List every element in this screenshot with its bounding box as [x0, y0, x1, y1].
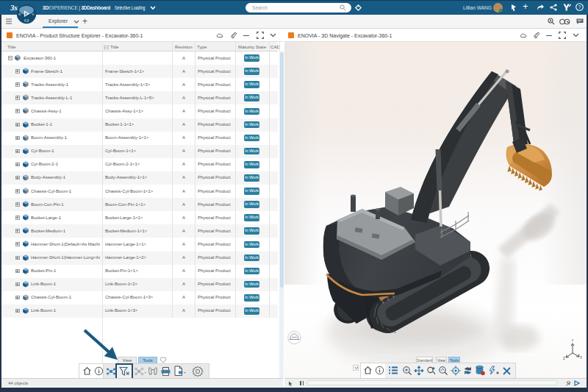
svg-text:Z: Z	[563, 357, 565, 360]
svg-text:X: X	[580, 356, 582, 360]
svg-text:Y: Y	[572, 339, 574, 343]
svg-text:?: ?	[578, 4, 581, 10]
svg-text:6.8: 6.8	[24, 19, 29, 23]
